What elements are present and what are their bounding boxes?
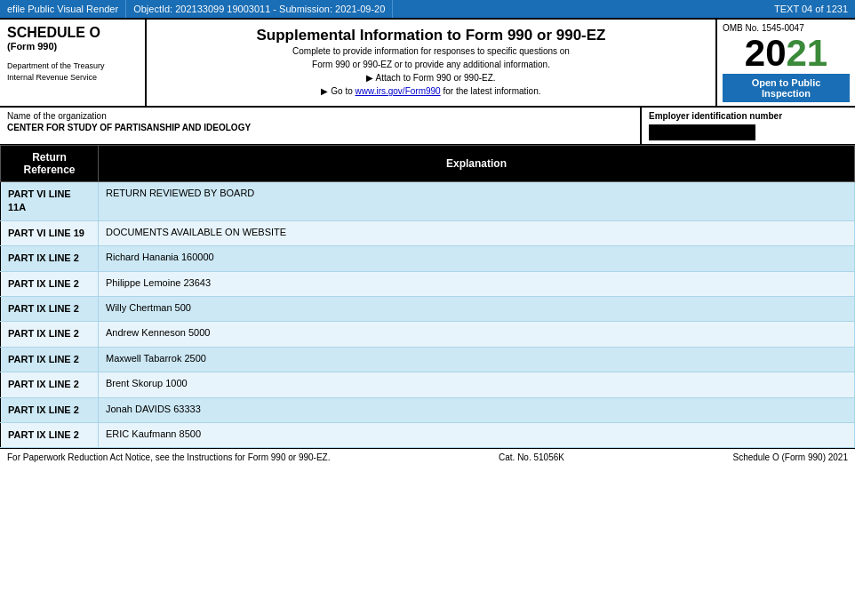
cell-explanation: DOCUMENTS AVAILABLE ON WEBSITE <box>99 220 855 245</box>
cell-reference: PART IX LINE 2 <box>1 372 99 397</box>
table-row: PART IX LINE 2Andrew Kenneson 5000 <box>1 322 855 347</box>
topbar-text: TEXT 04 of 1231 <box>767 0 855 18</box>
cell-explanation: RETURN REVIEWED BY BOARD <box>99 182 855 221</box>
topbar-efile[interactable]: efile Public Visual Render <box>0 0 126 18</box>
cell-reference: PART IX LINE 2 <box>1 422 99 447</box>
cell-reference: PART IX LINE 2 <box>1 296 99 321</box>
form-title-section: Supplemental Information to Form 990 or … <box>147 20 717 106</box>
cell-reference: PART VI LINE 11A <box>1 182 99 221</box>
topbar-objectid[interactable]: ObjectId: 202133099 19003011 - Submissio… <box>126 0 393 18</box>
schedule-o-table: Return Reference Explanation PART VI LIN… <box>0 145 855 448</box>
footer-right: Schedule O (Form 990) 2021 <box>732 452 848 462</box>
table-row: PART IX LINE 2Philippe Lemoine 23643 <box>1 271 855 296</box>
cell-explanation: Willy Chertman 500 <box>99 296 855 321</box>
schedule-dept: Department of the Treasury Internal Reve… <box>7 60 138 83</box>
cell-explanation: Richard Hanania 160000 <box>99 246 855 271</box>
col-header-explanation: Explanation <box>99 146 855 182</box>
open-public-badge: Open to Public Inspection <box>723 74 850 102</box>
cell-reference: PART IX LINE 2 <box>1 246 99 271</box>
year-omb-box: OMB No. 1545-0047 2021 Open to Public In… <box>717 20 855 106</box>
cell-explanation: Andrew Kenneson 5000 <box>99 322 855 347</box>
page-footer: For Paperwork Reduction Act Notice, see … <box>0 448 855 466</box>
cell-explanation: Maxwell Tabarrok 2500 <box>99 347 855 372</box>
schedule-title: SCHEDULE O <box>7 25 138 41</box>
org-name-section: Name of the organization CENTER FOR STUD… <box>0 108 642 144</box>
schedule-form: (Form 990) <box>7 41 138 52</box>
schedule-id-box: SCHEDULE O (Form 990) Department of the … <box>0 20 147 106</box>
form-header: SCHEDULE O (Form 990) Department of the … <box>0 20 855 108</box>
cell-explanation: ERIC Kaufmann 8500 <box>99 422 855 447</box>
subtitle2: Form 990 or 990-EZ or to provide any add… <box>156 58 707 71</box>
cell-reference: PART IX LINE 2 <box>1 397 99 422</box>
ein-value <box>649 124 755 140</box>
cell-reference: PART IX LINE 2 <box>1 271 99 296</box>
table-row: PART IX LINE 2Willy Chertman 500 <box>1 296 855 321</box>
cell-reference: PART VI LINE 19 <box>1 220 99 245</box>
ein-label: Employer identification number <box>649 111 848 121</box>
org-name-value: CENTER FOR STUDY OF PARTISANSHIP AND IDE… <box>7 123 633 132</box>
cell-reference: PART IX LINE 2 <box>1 347 99 372</box>
subtitle4: ▶ Go to www.irs.gov/Form990 for the late… <box>156 84 707 98</box>
col-header-ref: Return Reference <box>1 146 99 182</box>
top-navigation-bar: efile Public Visual Render ObjectId: 202… <box>0 0 855 20</box>
table-row: PART IX LINE 2Brent Skorup 1000 <box>1 372 855 397</box>
irs-link[interactable]: www.irs.gov/Form990 <box>356 86 441 96</box>
org-name-label: Name of the organization <box>7 111 633 121</box>
table-row: PART IX LINE 2Maxwell Tabarrok 2500 <box>1 347 855 372</box>
main-title: Supplemental Information to Form 990 or … <box>156 27 707 44</box>
footer-left: For Paperwork Reduction Act Notice, see … <box>7 452 331 462</box>
subtitle3: ▶ Attach to Form 990 or 990-EZ. <box>156 71 707 84</box>
tax-year: 2021 <box>745 35 827 72</box>
table-row: PART IX LINE 2Richard Hanania 160000 <box>1 246 855 271</box>
org-info-row: Name of the organization CENTER FOR STUD… <box>0 108 855 145</box>
table-row: PART IX LINE 2Jonah DAVIDS 63333 <box>1 397 855 422</box>
cell-explanation: Philippe Lemoine 23643 <box>99 271 855 296</box>
subtitle1: Complete to provide information for resp… <box>156 44 707 58</box>
cell-explanation: Jonah DAVIDS 63333 <box>99 397 855 422</box>
ein-section: Employer identification number <box>642 108 855 144</box>
cell-reference: PART IX LINE 2 <box>1 322 99 347</box>
table-row: PART VI LINE 19DOCUMENTS AVAILABLE ON WE… <box>1 220 855 245</box>
table-row: PART IX LINE 2ERIC Kaufmann 8500 <box>1 422 855 447</box>
table-row: PART VI LINE 11ARETURN REVIEWED BY BOARD <box>1 182 855 221</box>
cell-explanation: Brent Skorup 1000 <box>99 372 855 397</box>
footer-center: Cat. No. 51056K <box>499 452 564 462</box>
